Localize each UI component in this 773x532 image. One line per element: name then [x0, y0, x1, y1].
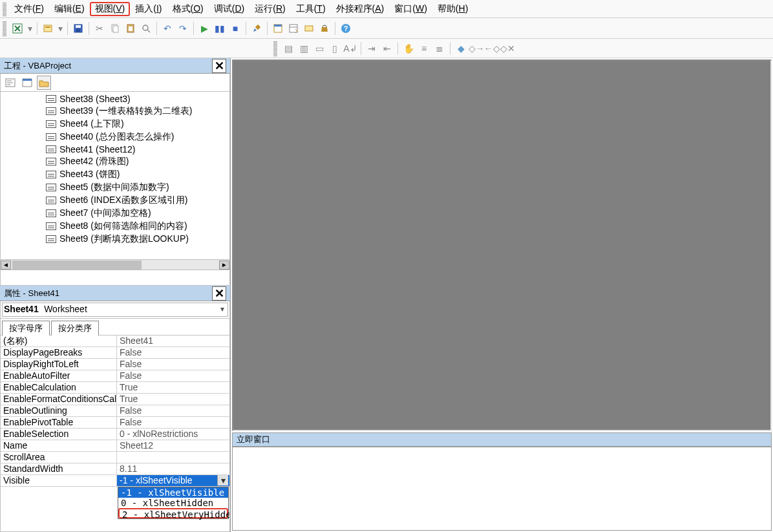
comment-block-icon[interactable]: ≡: [417, 41, 431, 56]
breakpoint-icon[interactable]: ✋: [401, 41, 416, 56]
project-panel-close[interactable]: ✕: [212, 59, 226, 73]
object-selector[interactable]: Sheet41 Worksheet: [2, 303, 228, 317]
prop-val[interactable]: True: [117, 382, 229, 393]
save-icon[interactable]: [71, 21, 85, 36]
tree-item[interactable]: Sheet9 (判断填充数据LOOKUP): [1, 233, 229, 246]
prop-row[interactable]: EnableSelection0 - xlNoRestrictions: [1, 429, 229, 440]
menu-edit[interactable]: 编辑(E): [49, 2, 90, 16]
prop-val[interactable]: Sheet12: [117, 440, 229, 451]
prop-row[interactable]: EnableAutoFilterFalse: [1, 370, 229, 382]
find-icon[interactable]: [139, 21, 153, 36]
reset-icon[interactable]: ■: [228, 21, 242, 36]
tab-alphabetic[interactable]: 按字母序: [2, 321, 50, 335]
prop-row[interactable]: ScrollArea: [1, 452, 229, 463]
prop-val[interactable]: True: [117, 394, 229, 405]
menu-insert[interactable]: 插入(I): [130, 2, 167, 16]
immediate-window[interactable]: [232, 447, 772, 531]
menu-format[interactable]: 格式(O): [167, 2, 209, 16]
paste-icon[interactable]: [123, 21, 138, 36]
tree-item[interactable]: Sheet8 (如何筛选除相同的内容): [1, 220, 229, 233]
break-icon[interactable]: ▮▮: [213, 21, 227, 36]
prop-val[interactable]: 8.11: [117, 463, 229, 474]
prop-row[interactable]: (名称)Sheet41: [1, 335, 229, 347]
menu-addins[interactable]: 外接程序(A): [331, 2, 390, 16]
panel-splitter[interactable]: [0, 270, 230, 286]
menubar-grip[interactable]: [3, 2, 6, 16]
project-tree[interactable]: Sheet38 (Sheet3) Sheet39 (一维表格转换为二维表) Sh…: [0, 92, 230, 260]
menu-view[interactable]: 视图(V): [90, 2, 131, 16]
tree-item[interactable]: Sheet40 (总分图表怎么操作): [1, 131, 229, 144]
prop-row[interactable]: EnableFormatConditionsCalculationTrue: [1, 394, 229, 405]
dropdown-arrow-icon[interactable]: ▾: [56, 21, 64, 36]
uncomment-block-icon[interactable]: ≣: [432, 41, 447, 56]
prop-val[interactable]: Sheet41: [117, 335, 229, 346]
dropdown-item-veryhidden[interactable]: 2 - xlSheetVeryHidden: [118, 508, 228, 518]
menu-debug[interactable]: 调试(D): [209, 2, 249, 16]
project-explorer-icon[interactable]: [271, 21, 285, 36]
copy-icon[interactable]: [108, 21, 122, 36]
tree-hscrollbar[interactable]: ◄ ►: [0, 260, 230, 270]
list-properties-icon[interactable]: ▤: [281, 41, 295, 56]
parameter-info-icon[interactable]: ▯: [328, 41, 342, 56]
excel-icon[interactable]: [10, 21, 25, 36]
bookmark-next-icon[interactable]: ◇→: [469, 41, 483, 56]
run-icon[interactable]: ▶: [197, 21, 211, 36]
toolbox-icon[interactable]: [317, 21, 332, 36]
prop-val[interactable]: 0 - xlNoRestrictions: [117, 429, 229, 440]
tab-categorized[interactable]: 按分类序: [51, 321, 99, 335]
object-browser-icon[interactable]: [302, 21, 316, 36]
prop-row-visible[interactable]: Visible-1 - xlSheetVisible: [1, 475, 229, 487]
dropdown-item-visible[interactable]: -1 - xlSheetVisible: [118, 487, 228, 498]
indent-icon[interactable]: ⇥: [365, 41, 379, 56]
cut-icon[interactable]: ✂: [92, 21, 107, 36]
tree-item[interactable]: Sheet5 (数据中间添加数字): [1, 181, 229, 194]
prop-val[interactable]: False: [117, 347, 229, 358]
tree-item[interactable]: Sheet6 (INDEX函数多区域引用): [1, 194, 229, 207]
prop-row[interactable]: EnableCalculationTrue: [1, 382, 229, 394]
undo-icon[interactable]: ↶: [160, 21, 175, 36]
toolbar-grip[interactable]: [273, 41, 277, 56]
tree-item[interactable]: Sheet38 (Sheet3): [1, 93, 229, 105]
menu-run[interactable]: 运行(R): [249, 2, 290, 16]
design-mode-icon[interactable]: [249, 21, 264, 36]
dropdown-arrow-icon[interactable]: ▾: [26, 21, 34, 36]
bookmark-clear-icon[interactable]: ◇✕: [500, 41, 514, 56]
toggle-folders-icon[interactable]: [37, 76, 51, 90]
tree-item[interactable]: Sheet7 (中间添加空格): [1, 207, 229, 220]
properties-window-icon[interactable]: [286, 21, 301, 36]
scroll-right-icon[interactable]: ►: [219, 261, 229, 270]
prop-row[interactable]: EnableOutliningFalse: [1, 405, 229, 417]
prop-row[interactable]: DisplayPageBreaksFalse: [1, 347, 229, 359]
tree-item[interactable]: Sheet39 (一维表格转换为二维表): [1, 105, 229, 118]
prop-val[interactable]: False: [117, 359, 229, 370]
visible-dropdown[interactable]: -1 - xlSheetVisible 0 - xlSheetHidden 2 …: [118, 487, 229, 519]
outdent-icon[interactable]: ⇤: [380, 41, 394, 56]
tree-item[interactable]: Sheet4 (上下限): [1, 118, 229, 131]
scroll-left-icon[interactable]: ◄: [1, 261, 11, 270]
insert-module-icon[interactable]: [41, 21, 55, 36]
menu-file[interactable]: 文件(F): [9, 2, 49, 16]
tree-item[interactable]: Sheet42 (滑珠图): [1, 155, 229, 168]
redo-icon[interactable]: ↷: [176, 21, 190, 36]
bookmark-prev-icon[interactable]: ←◇: [485, 41, 499, 56]
properties-grid[interactable]: (名称)Sheet41 DisplayPageBreaksFalse Displ…: [0, 335, 230, 532]
help-icon[interactable]: ?: [339, 21, 353, 36]
prop-row[interactable]: EnablePivotTableFalse: [1, 417, 229, 429]
view-code-icon[interactable]: [3, 76, 17, 90]
quick-info-icon[interactable]: ▭: [312, 41, 326, 56]
prop-row[interactable]: DisplayRightToLeftFalse: [1, 359, 229, 370]
prop-val[interactable]: False: [117, 370, 229, 381]
menu-tools[interactable]: 工具(T): [291, 2, 331, 16]
properties-panel-close[interactable]: ✕: [212, 286, 226, 301]
prop-val[interactable]: False: [117, 417, 229, 428]
view-object-icon[interactable]: [20, 76, 34, 90]
prop-val-visible[interactable]: -1 - xlSheetVisible: [117, 475, 229, 486]
tree-item[interactable]: Sheet43 (饼图): [1, 168, 229, 181]
toolbar-grip[interactable]: [3, 21, 6, 36]
list-constants-icon[interactable]: ▥: [297, 41, 311, 56]
bookmark-toggle-icon[interactable]: ◆: [454, 41, 468, 56]
tree-item[interactable]: Sheet41 (Sheet12): [1, 144, 229, 155]
prop-row[interactable]: NameSheet12: [1, 440, 229, 452]
scroll-thumb[interactable]: [12, 261, 142, 270]
prop-row[interactable]: StandardWidth8.11: [1, 463, 229, 475]
